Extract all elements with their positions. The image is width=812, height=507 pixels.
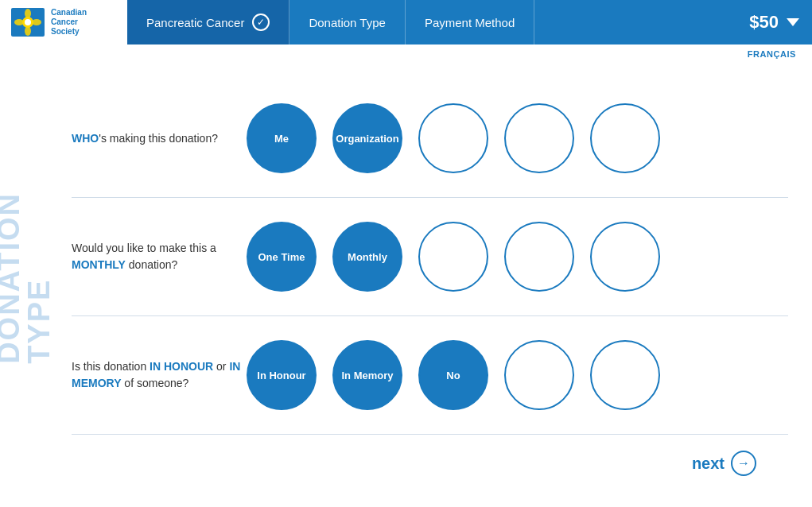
main-content: DONATION TYPE WHO's making this donation… xyxy=(0,64,812,500)
form-area: WHO's making this donation? Me Organizat… xyxy=(48,72,812,484)
next-button[interactable]: next → xyxy=(692,451,756,476)
francais-link[interactable]: FRANÇAIS xyxy=(748,49,796,59)
row3-label: Is this donation IN HONOUR or IN MEMORY … xyxy=(72,358,247,392)
amount-display[interactable]: $50 xyxy=(736,12,812,33)
logo-icon xyxy=(10,6,46,38)
row1-label: WHO's making this donation? xyxy=(72,130,247,147)
form-row-who: WHO's making this donation? Me Organizat… xyxy=(72,79,788,198)
tab-donation-type[interactable]: Donation Type xyxy=(289,0,405,45)
option-monthly[interactable]: Monthly xyxy=(332,222,402,292)
option-in-memory[interactable]: In Memory xyxy=(332,340,402,410)
option-memory-4[interactable] xyxy=(504,340,574,410)
svg-point-5 xyxy=(14,19,24,25)
tab-payment-method[interactable]: Payment Method xyxy=(406,0,534,45)
option-who-4[interactable] xyxy=(504,103,574,173)
logo-area: Canadian Cancer Society xyxy=(0,0,127,45)
check-icon: ✓ xyxy=(252,14,270,31)
form-row-memory: Is this donation IN HONOUR or IN MEMORY … xyxy=(72,316,788,435)
next-label: next xyxy=(692,455,725,473)
option-monthly-5[interactable] xyxy=(590,222,660,292)
option-no[interactable]: No xyxy=(418,340,488,410)
option-who-5[interactable] xyxy=(590,103,660,173)
option-me[interactable]: Me xyxy=(247,103,317,173)
option-memory-5[interactable] xyxy=(590,340,660,410)
option-one-time[interactable]: One Time xyxy=(247,222,317,292)
tab-pancreatic-cancer[interactable]: Pancreatic Cancer ✓ xyxy=(127,0,289,45)
row2-label: Would you like to make this a MONTHLY do… xyxy=(72,240,247,273)
svg-point-6 xyxy=(32,19,41,25)
next-arrow-icon: → xyxy=(731,451,756,476)
option-organization[interactable]: Organization xyxy=(332,103,402,173)
option-in-honour[interactable]: In Honour xyxy=(247,340,317,410)
form-row-monthly: Would you like to make this a MONTHLY do… xyxy=(72,198,788,316)
side-label-type: TYPE xyxy=(22,278,56,363)
svg-point-4 xyxy=(25,26,31,36)
option-monthly-4[interactable] xyxy=(504,222,574,292)
row3-circles: In Honour In Memory No xyxy=(247,340,788,410)
next-area: next → xyxy=(72,451,788,476)
nav-tabs: Pancreatic Cancer ✓ Donation Type Paymen… xyxy=(127,0,736,45)
row1-circles: Me Organization xyxy=(247,103,788,173)
option-who-3[interactable] xyxy=(418,103,488,173)
logo-text: Canadian Cancer Society xyxy=(51,8,87,37)
lang-bar: FRANÇAIS xyxy=(0,45,812,64)
side-label: DONATION TYPE xyxy=(0,72,48,484)
amount-dropdown-icon xyxy=(787,18,799,26)
svg-point-7 xyxy=(25,19,31,25)
svg-point-3 xyxy=(25,9,31,18)
header: Canadian Cancer Society Pancreatic Cance… xyxy=(0,0,812,45)
option-monthly-3[interactable] xyxy=(418,222,488,292)
row2-circles: One Time Monthly xyxy=(247,222,788,292)
